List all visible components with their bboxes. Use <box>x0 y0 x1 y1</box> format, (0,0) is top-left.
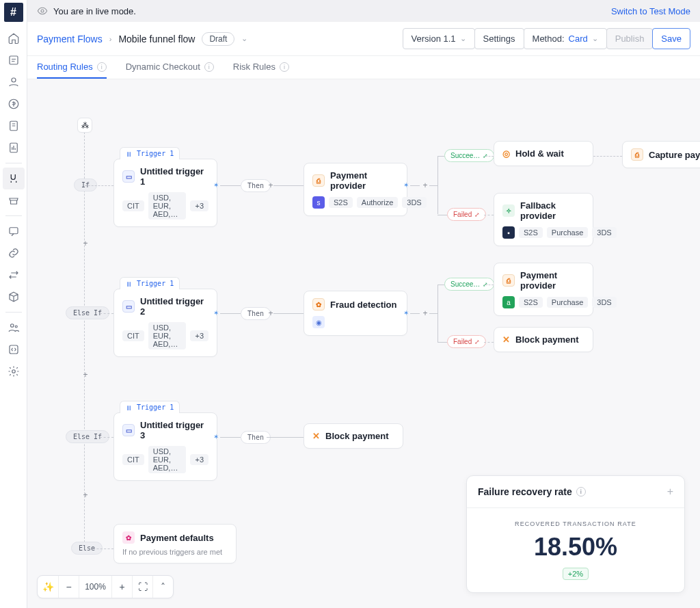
nav-team-icon[interactable] <box>3 317 25 339</box>
zoom-control: ✨ − 100% + ⛶ ˄ <box>37 575 174 598</box>
collapse-button[interactable]: ˄ <box>152 576 173 598</box>
nav-home-icon[interactable] <box>3 27 25 49</box>
hold-icon: ◎ <box>502 148 510 159</box>
svg-point-7 <box>15 326 17 328</box>
failed-branch[interactable]: Failed⤢ <box>447 208 486 221</box>
svg-point-10 <box>41 10 44 12</box>
live-mode-text: You are in live mode. <box>53 6 136 16</box>
info-icon: i <box>280 62 289 72</box>
info-icon: i <box>204 62 214 72</box>
connector-brand-icon: a <box>502 296 515 308</box>
version-dropdown[interactable]: Version 1.1⌄ <box>403 28 475 49</box>
provider-icon: ⎙ <box>502 274 515 287</box>
trigger-3-node[interactable]: ⫼ Trigger 1 ▭Untitled trigger 3 CITUSD, … <box>113 412 217 481</box>
s2s-icon: s <box>312 196 325 209</box>
block-icon: ✕ <box>312 431 320 441</box>
nav-flows-icon[interactable] <box>3 168 25 189</box>
connector-out-icon: ✶ <box>213 433 220 440</box>
zoom-out-button[interactable]: − <box>58 576 79 598</box>
card-icon: ▭ <box>122 170 135 183</box>
nav-docs-icon[interactable] <box>3 115 25 137</box>
draft-badge: Draft <box>202 32 234 46</box>
block-payment-2-node[interactable]: ✕Block payment <box>304 423 403 449</box>
fallback-provider-node[interactable]: ✧Fallback provider ▪S2SPurchase3DS <box>494 193 593 246</box>
fullscreen-button[interactable]: ⛶ <box>132 576 152 598</box>
connector-brand-icon: ▪ <box>502 226 515 239</box>
payment-provider-node[interactable]: ⎙Payment provider sS2SAuthorize3DS <box>304 163 407 216</box>
chevron-right-icon: › <box>109 35 112 43</box>
publish-button: Publish <box>606 28 654 49</box>
nav-link-icon[interactable] <box>3 242 25 264</box>
tab-routing-rules[interactable]: Routing Rulesi <box>37 56 107 79</box>
nav-reports-icon[interactable] <box>3 137 25 159</box>
page-header: Payment Flows › Mobile funnel flow Draft… <box>27 22 700 56</box>
breadcrumb-current: Mobile funnel flow <box>118 34 195 44</box>
connector-out-icon: ✶ <box>213 181 220 188</box>
trigger-2-node[interactable]: ⫼ Trigger 1 ▭Untitled trigger 2 CITUSD, … <box>113 289 217 357</box>
svg-point-6 <box>10 324 14 328</box>
nav-package-icon[interactable] <box>3 286 25 308</box>
card-icon: ▭ <box>122 300 135 313</box>
tab-dynamic-checkout[interactable]: Dynamic Checkouti <box>126 56 214 79</box>
failure-recovery-card: Failure recovery ratei + RECOVERED TRANS… <box>466 475 685 593</box>
fallback-icon: ✧ <box>502 204 515 217</box>
settings-button[interactable]: Settings <box>474 28 524 49</box>
svg-rect-0 <box>10 56 18 64</box>
zoom-in-button[interactable]: + <box>111 576 132 598</box>
nav-chat-icon[interactable] <box>3 220 25 242</box>
svg-point-1 <box>12 78 16 82</box>
card-add-button[interactable]: + <box>667 486 673 498</box>
nav-code-icon[interactable] <box>3 339 25 360</box>
info-icon[interactable]: i <box>576 487 586 497</box>
failed-branch[interactable]: Failed⤢ <box>447 335 486 348</box>
capture-payment-node[interactable]: ⎙Capture payment <box>622 141 700 168</box>
tab-risk-rules[interactable]: Risk Rulesi <box>233 56 289 79</box>
card-icon: ▭ <box>122 424 135 436</box>
flow-start-node[interactable]: ⁂ <box>77 118 92 133</box>
stats-value: 18.50% <box>479 533 672 561</box>
flow-canvas[interactable]: ⁂ If ⫼ Trigger 1 ▭Untitled trigger 1 CIT… <box>27 79 700 608</box>
trigger-1-node[interactable]: ⫼ Trigger 1 ▭Untitled trigger 1 CITUSD, … <box>113 159 217 227</box>
live-mode-bar: You are in live mode. Switch to Test Mod… <box>27 0 700 22</box>
connector-out-icon: ✶ <box>403 309 410 316</box>
payment-provider-2-node[interactable]: ⎙Payment provider aS2SPurchase3DS <box>494 263 593 316</box>
block-payment-node[interactable]: ✕Block payment <box>494 327 593 352</box>
nav-finance-icon[interactable] <box>3 93 25 115</box>
stats-label: RECOVERED TRANSACTION RATE <box>479 520 672 527</box>
nav-transactions-icon[interactable] <box>3 49 25 71</box>
nav-store-icon[interactable] <box>3 189 25 211</box>
method-dropdown[interactable]: Method: Card⌄ <box>524 28 607 49</box>
trigger-tab: ⫼ Trigger 1 <box>120 147 180 159</box>
connector-out-icon: ✶ <box>403 181 410 188</box>
subtabs: Routing Rulesi Dynamic Checkouti Risk Ru… <box>27 56 700 79</box>
add-condition-button[interactable]: + <box>80 490 91 501</box>
hold-wait-node[interactable]: ◎Hold & wait <box>494 141 593 166</box>
left-nav-sidebar: # <box>0 0 27 608</box>
nav-customers-icon[interactable] <box>3 71 25 93</box>
nav-swap-icon[interactable] <box>3 264 25 286</box>
add-condition-button[interactable]: + <box>80 369 91 380</box>
trigger-tab: ⫼ Trigger 1 <box>120 277 180 289</box>
capture-icon: ⎙ <box>631 148 643 161</box>
block-icon: ✕ <box>502 334 510 345</box>
fraud-detection-node[interactable]: ✿Fraud detection ◉ <box>304 291 407 336</box>
auto-layout-button[interactable]: ✨ <box>38 576 58 598</box>
save-button[interactable]: Save <box>652 28 690 49</box>
stats-delta: +2% <box>563 568 589 580</box>
svg-rect-5 <box>10 228 18 234</box>
payment-defaults-node[interactable]: ✿Payment defaults If no previous trigger… <box>113 524 237 564</box>
info-icon: i <box>97 62 107 72</box>
nav-settings-icon[interactable] <box>3 360 25 382</box>
expand-icon: ⤢ <box>474 211 480 218</box>
breadcrumb-parent[interactable]: Payment Flows <box>37 34 103 44</box>
breadcrumb: Payment Flows › Mobile funnel flow Draft… <box>37 32 247 46</box>
provider-icon: ⎙ <box>312 174 325 187</box>
app-logo[interactable]: # <box>4 3 23 22</box>
defaults-icon: ✿ <box>122 531 135 544</box>
chevron-down-icon[interactable]: ⌄ <box>241 34 247 43</box>
add-condition-button[interactable]: + <box>80 238 91 249</box>
switch-to-test-link[interactable]: Switch to Test Mode <box>611 6 690 16</box>
stats-title: Failure recovery rate <box>478 486 572 497</box>
connector-out-icon: ✶ <box>213 309 220 316</box>
svg-rect-8 <box>10 345 18 354</box>
